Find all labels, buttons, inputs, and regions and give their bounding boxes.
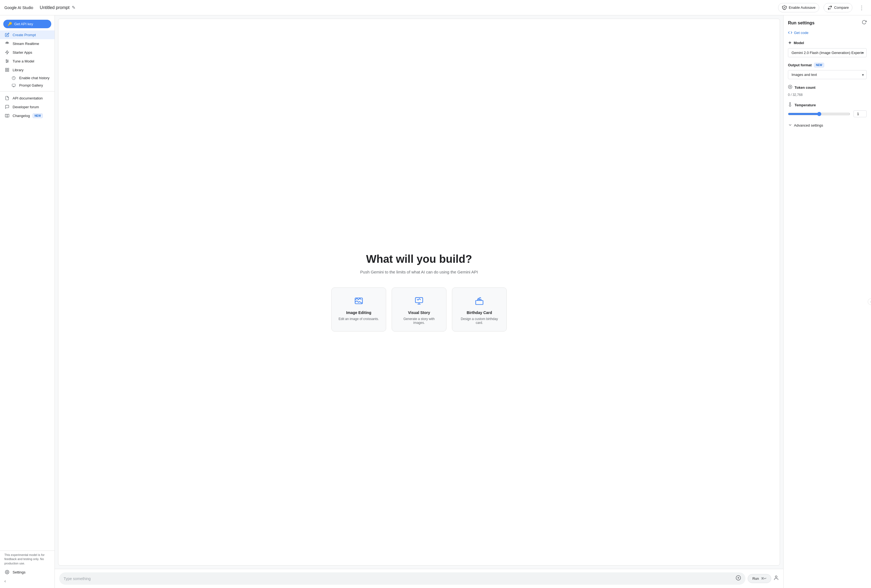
svg-point-7	[6, 62, 7, 63]
temperature-label: Temperature	[788, 102, 867, 108]
chevron-down-icon	[788, 123, 792, 128]
create-prompt-icon	[4, 33, 10, 37]
sidebar-item-enable-chat-history[interactable]: Enable chat history	[0, 74, 55, 82]
compare-icon	[827, 5, 833, 10]
svg-rect-19	[476, 300, 483, 304]
sidebar-label-developer-forum: Developer forum	[13, 105, 39, 109]
prompt-card-image-editing[interactable]: Image Editing Edit an image of croissant…	[331, 287, 386, 332]
key-icon: 🔑	[7, 22, 12, 26]
changelog-new-badge: NEW	[33, 114, 43, 118]
temperature-slider[interactable]	[788, 112, 850, 116]
sidebar-label-library: Library	[13, 68, 24, 72]
sidebar-item-developer-forum[interactable]: Developer forum	[0, 102, 55, 111]
topbar-right: Enable Autosave Compare ⋮	[778, 3, 867, 12]
sidebar-label-tune-a-model: Tune a Model	[13, 59, 34, 63]
svg-marker-1	[6, 51, 9, 54]
temperature-icon	[788, 102, 792, 108]
sidebar-item-settings[interactable]: Settings	[0, 568, 55, 576]
sidebar-label-starter-apps: Starter Apps	[13, 51, 32, 54]
run-button[interactable]: Run ⌘↵	[748, 574, 771, 583]
temperature-slider-row	[788, 111, 867, 117]
sidebar-item-create-prompt[interactable]: Create Prompt	[0, 30, 55, 39]
get-api-key-button[interactable]: 🔑 Get API key	[3, 20, 51, 28]
compare-label: Compare	[834, 6, 849, 10]
token-count-value: 0 / 32,768	[788, 93, 867, 97]
prompt-card-birthday-card[interactable]: Birthday Card Design a custom birthday c…	[452, 287, 507, 332]
sidebar-item-stream-realtime[interactable]: Stream Realtime	[0, 39, 55, 48]
svg-point-16	[7, 572, 7, 573]
image-editing-desc: Edit an image of croissants.	[338, 317, 379, 321]
sidebar-label-settings: Settings	[13, 570, 25, 574]
person-button[interactable]	[774, 575, 779, 582]
sidebar-label-create-prompt: Create Prompt	[13, 33, 36, 37]
workspace-subheading: Push Gemini to the limits of what AI can…	[360, 269, 478, 274]
svg-rect-11	[7, 70, 9, 72]
sidebar-item-api-documentation[interactable]: API documentation	[0, 94, 55, 102]
visual-story-desc: Generate a story with images.	[398, 317, 440, 325]
app-container: Google AI Studio Untitled prompt ✎ Enabl…	[0, 0, 871, 588]
get-api-key-label: Get API key	[14, 22, 33, 26]
model-section-label: ✦ Model	[788, 40, 867, 45]
sidebar-footer-text: This experimental model is for feedback …	[0, 551, 55, 568]
compare-button[interactable]: Compare	[823, 3, 852, 12]
sidebar-item-prompt-gallery[interactable]: Prompt Gallery	[0, 82, 55, 89]
token-count-section: Token count 0 / 32,768	[788, 85, 867, 97]
birthday-card-title: Birthday Card	[459, 310, 500, 315]
model-select-wrapper: Gemini 2.0 Flash (Image Generation) Expe…	[788, 48, 867, 57]
sidebar-item-tune-a-model[interactable]: Tune a Model	[0, 57, 55, 66]
run-label: Run	[752, 576, 759, 581]
svg-rect-8	[6, 68, 7, 70]
add-content-button[interactable]	[736, 575, 741, 582]
content-area: What will you build? Push Gemini to the …	[55, 15, 783, 588]
prompt-workspace: What will you build? Push Gemini to the …	[58, 19, 780, 566]
prompt-input[interactable]	[64, 576, 733, 581]
topbar: Google AI Studio Untitled prompt ✎ Enabl…	[0, 0, 871, 15]
developer-forum-icon	[4, 105, 10, 109]
output-format-label-text: Output format	[788, 63, 812, 67]
birthday-card-desc: Design a custom birthday card.	[459, 317, 500, 325]
workspace-heading: What will you build?	[366, 253, 472, 265]
svg-point-5	[6, 60, 7, 61]
starter-apps-icon	[4, 50, 10, 54]
temperature-section: Temperature	[788, 102, 867, 117]
sidebar-label-stream-realtime: Stream Realtime	[13, 42, 39, 46]
sidebar-collapse-button[interactable]: ‹	[0, 576, 55, 586]
prompt-card-visual-story[interactable]: Visual Story Generate a story with image…	[392, 287, 446, 332]
topbar-left: Google AI Studio Untitled prompt ✎	[4, 5, 778, 10]
run-settings-header: Run settings	[788, 20, 867, 26]
token-count-icon	[788, 85, 792, 90]
api-docs-icon	[4, 96, 10, 100]
autosave-icon	[782, 5, 787, 10]
run-settings-panel: Run settings Get code ✦ Model Gemini 2.0…	[783, 15, 871, 588]
output-format-select[interactable]: Images and text	[788, 70, 867, 79]
prompt-gallery-icon	[11, 84, 16, 87]
main-layout: 🔑 Get API key Create Prompt Stream Realt…	[0, 15, 871, 588]
output-format-new-badge: NEW	[814, 63, 824, 67]
visual-story-icon	[398, 296, 440, 307]
more-options-button[interactable]: ⋮	[857, 3, 867, 12]
get-code-link[interactable]: Get code	[788, 30, 867, 35]
sidebar-item-library[interactable]: Library	[0, 66, 55, 74]
sidebar-label-api-documentation: API documentation	[13, 96, 43, 100]
output-format-select-wrapper: Images and text	[788, 70, 867, 79]
svg-point-25	[790, 86, 791, 87]
svg-point-24	[788, 85, 792, 88]
library-icon	[4, 68, 10, 72]
autosave-button[interactable]: Enable Autosave	[778, 3, 819, 12]
app-logo: Google AI Studio	[4, 6, 33, 10]
svg-rect-10	[6, 70, 7, 72]
sidebar-item-starter-apps[interactable]: Starter Apps	[0, 48, 55, 57]
changelog-icon	[4, 114, 10, 118]
temperature-input[interactable]	[853, 111, 867, 117]
sidebar-item-changelog[interactable]: Changelog NEW	[0, 111, 55, 120]
input-bar	[59, 572, 745, 585]
edit-icon[interactable]: ✎	[72, 5, 75, 10]
advanced-settings-toggle[interactable]: Advanced settings	[788, 123, 867, 128]
image-editing-icon	[338, 296, 379, 307]
sidebar-label-prompt-gallery: Prompt Gallery	[19, 83, 43, 87]
model-select[interactable]: Gemini 2.0 Flash (Image Generation) Expe…	[788, 48, 867, 57]
svg-rect-9	[7, 68, 9, 70]
refresh-icon[interactable]	[862, 20, 867, 26]
model-label: Model	[794, 41, 804, 45]
svg-rect-18	[416, 298, 423, 303]
